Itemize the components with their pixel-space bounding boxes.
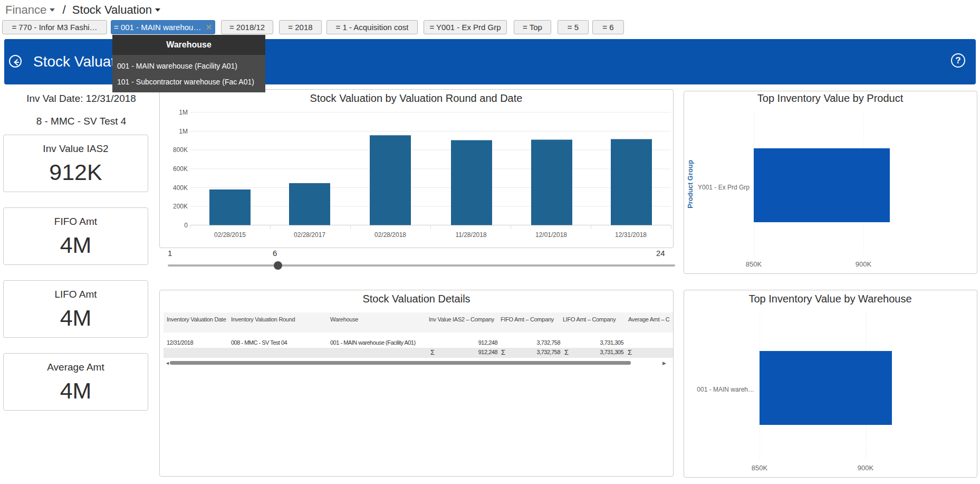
svg-text:Y001 - Ex Prd Grp: Y001 - Ex Prd Grp <box>698 184 750 191</box>
svg-text:850K: 850K <box>752 464 768 472</box>
svg-text:02/28/2018: 02/28/2018 <box>374 231 406 239</box>
svg-text:1M: 1M <box>179 128 188 135</box>
svg-text:1M: 1M <box>179 109 188 116</box>
svg-text:200K: 200K <box>173 203 188 210</box>
svg-text:900K: 900K <box>858 464 874 472</box>
svg-text:Top Inventory Value by Warehou: Top Inventory Value by Warehouse <box>748 293 911 305</box>
svg-text:12/01/2018: 12/01/2018 <box>535 231 567 239</box>
svg-text:Stock Valuation by Valuation R: Stock Valuation by Valuation Round and D… <box>310 92 523 104</box>
svg-text:11/28/2018: 11/28/2018 <box>455 231 486 239</box>
svg-text:800K: 800K <box>173 146 188 154</box>
svg-text:900K: 900K <box>856 260 872 268</box>
svg-text:12/31/2018: 12/31/2018 <box>615 231 647 239</box>
svg-text:600K: 600K <box>173 165 188 173</box>
svg-text:850K: 850K <box>746 260 762 268</box>
svg-text:001 - MAIN wareh…: 001 - MAIN wareh… <box>697 386 754 393</box>
svg-text:02/28/2017: 02/28/2017 <box>294 231 325 239</box>
svg-text:02/28/2015: 02/28/2015 <box>214 231 246 239</box>
svg-text:0: 0 <box>184 222 188 229</box>
svg-text:Product Group: Product Group <box>686 160 694 208</box>
svg-text:Top Inventory Value by Product: Top Inventory Value by Product <box>757 92 904 104</box>
svg-text:400K: 400K <box>173 184 188 192</box>
